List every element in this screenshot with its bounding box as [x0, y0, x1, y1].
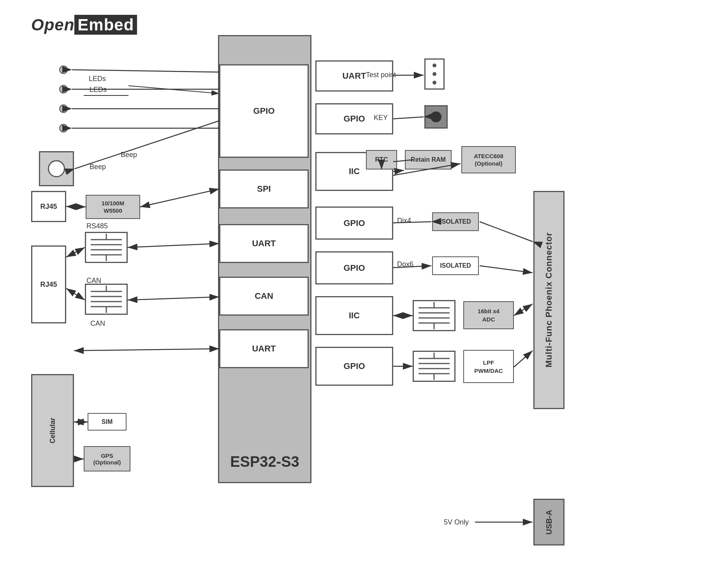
- isolated2-block: ISOLATED: [432, 256, 479, 275]
- led-dot-3: [59, 104, 68, 113]
- atecc608-block: ATECC608 (Optional): [461, 146, 516, 173]
- svg-line-57: [514, 304, 533, 316]
- svg-line-53: [480, 222, 533, 242]
- key-button[interactable]: [424, 105, 448, 129]
- rs485-label: RS485: [86, 222, 108, 230]
- led-dot-4: [59, 124, 68, 132]
- diagram-container: OpenEmbed ESP32-S3 GPIO SPI UART CAN UAR…: [0, 0, 728, 579]
- tp-dot-2: [433, 72, 436, 76]
- svg-line-50: [393, 170, 404, 171]
- tp-dot-3: [433, 81, 436, 85]
- gps-block: GPS (Optional): [84, 446, 130, 471]
- led-dot-1: [59, 65, 68, 74]
- svg-line-33: [75, 121, 219, 169]
- test-point: [424, 58, 445, 90]
- sim-block: SIM: [88, 413, 127, 431]
- svg-line-28: [72, 70, 219, 72]
- uart1-block: UART: [219, 224, 309, 263]
- svg-line-40: [128, 297, 219, 300]
- rj45-2: RJ45: [31, 245, 66, 323]
- can-block: CAN: [219, 277, 309, 316]
- cellular-block: Cellular: [31, 374, 74, 487]
- logo: OpenEmbed: [31, 16, 137, 34]
- can-label-bottom: CAN: [90, 320, 105, 328]
- svg-line-35: [66, 207, 86, 207]
- beep-component: [39, 151, 74, 186]
- logo-embed: Embed: [74, 15, 137, 35]
- logo-open: Open: [31, 16, 74, 34]
- dox6-label: Dox6: [397, 260, 413, 268]
- 5v-only-label: 5V Only: [444, 518, 469, 526]
- multifunction-block: Multi-Func Phoenix Connector: [533, 191, 564, 409]
- beep-label: Beep: [90, 163, 106, 171]
- svg-text:Beep: Beep: [121, 151, 137, 159]
- transformer-adc: [413, 300, 455, 331]
- adc-block: 16bit x4 ADC: [463, 301, 514, 329]
- uart2-block: UART: [219, 329, 309, 368]
- retain-ram-block: Retain RAM: [405, 150, 452, 169]
- rj45-1: RJ45: [31, 191, 66, 222]
- svg-line-45: [393, 117, 424, 119]
- svg-line-39: [66, 288, 85, 300]
- leds-text-label: LEDs: [89, 75, 106, 83]
- transformer-adc-svg: [415, 302, 454, 329]
- transformer-dac-svg: [415, 353, 454, 380]
- dix4-label: Dix4: [397, 217, 411, 225]
- leds-label: LEDs: [90, 86, 107, 94]
- tp-dot-1: [433, 64, 436, 67]
- gpio1-block: GPIO: [219, 64, 309, 158]
- svg-line-55: [480, 266, 533, 273]
- iic2-block: IIC: [315, 296, 393, 335]
- spi-block: SPI: [219, 169, 309, 208]
- svg-line-32: [128, 86, 219, 94]
- lpf-block: LPF PWM/DAC: [463, 350, 514, 383]
- test-point-label: Test point: [366, 71, 396, 79]
- transformer-can-svg: [87, 286, 126, 313]
- transformer-can: [85, 284, 128, 315]
- w5500-block: 10/100M W5500: [86, 195, 140, 219]
- svg-line-41: [74, 349, 219, 351]
- gpio5-block: GPIO: [315, 347, 393, 386]
- transformer-rs485: [85, 232, 128, 263]
- gpio4-block: GPIO: [315, 251, 393, 284]
- led-dot-2: [59, 85, 68, 94]
- transformer-dac: [413, 351, 455, 382]
- beep-inner: [48, 160, 65, 177]
- transformer-rs485-svg: [87, 234, 126, 261]
- rtc-block: RTC: [366, 150, 397, 169]
- key-label: KEY: [374, 114, 388, 122]
- gpio3-block: GPIO: [315, 207, 393, 240]
- key-inner: [431, 111, 441, 122]
- svg-line-38: [128, 244, 219, 247]
- svg-line-59: [514, 351, 533, 367]
- esp32-label: ESP32-S3: [230, 454, 299, 470]
- svg-line-37: [66, 247, 85, 257]
- isolated1-block: ISOLATED: [432, 212, 479, 231]
- svg-line-36: [140, 189, 219, 207]
- usb-a-block: USB-A: [533, 499, 564, 545]
